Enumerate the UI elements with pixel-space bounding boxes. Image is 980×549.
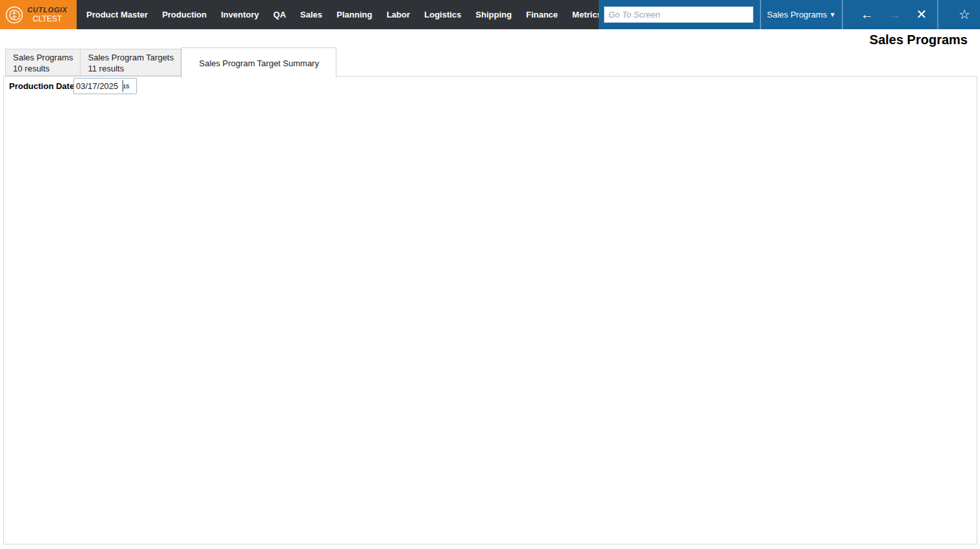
tab-result-count: 11 results <box>88 63 173 74</box>
tab-result-count: 10 results <box>13 63 73 74</box>
nav-right-section: Sales Programs ▼ ← → ✕ ☆ <box>599 0 980 29</box>
screen-selector-dropdown[interactable]: Sales Programs ▼ <box>760 0 842 29</box>
calendar-icon: 15 <box>122 80 123 92</box>
tab-sales-programs[interactable]: Sales Programs10 results <box>5 49 81 76</box>
chevron-down-icon: ▼ <box>829 0 836 29</box>
screen-selector-value: Sales Programs <box>767 0 827 29</box>
production-date-value: 03/17/2025 <box>76 81 122 91</box>
page-title: Sales Programs <box>870 32 968 47</box>
go-to-screen-input[interactable] <box>604 6 753 23</box>
main-menu: Product MasterProductionInventoryQASales… <box>79 0 653 29</box>
nav-item-finance[interactable]: Finance <box>519 0 565 29</box>
brand-name: CUTLOGIX <box>27 6 68 14</box>
nav-item-qa[interactable]: QA <box>266 0 294 29</box>
tab-sales-program-targets[interactable]: Sales Program Targets11 results <box>81 49 181 76</box>
environment-name: CLTEST <box>32 14 62 23</box>
nav-item-production[interactable]: Production <box>155 0 214 29</box>
nav-item-planning[interactable]: Planning <box>329 0 379 29</box>
tab-content-area <box>3 76 977 544</box>
favorite-star-button[interactable]: ☆ <box>949 0 980 29</box>
nav-item-sales[interactable]: Sales <box>293 0 329 29</box>
close-screen-button[interactable]: ✕ <box>908 0 935 29</box>
app-logo[interactable]: CUTLOGIX CLTEST <box>0 0 77 29</box>
tab-sales-program-target-summary[interactable]: Sales Program Target Summary <box>181 47 336 78</box>
nav-item-logistics[interactable]: Logistics <box>417 0 468 29</box>
tab-label: Sales Program Target Summary <box>199 58 319 69</box>
cutlogix-brain-icon <box>5 5 24 25</box>
production-date-input[interactable]: 03/17/2025 15 <box>73 78 137 94</box>
forward-button[interactable]: → <box>881 0 908 29</box>
calendar-button[interactable]: 15 <box>122 81 134 92</box>
nav-item-inventory[interactable]: Inventory <box>214 0 266 29</box>
tab-bar: Sales Programs10 resultsSales Program Ta… <box>5 49 336 77</box>
nav-item-product-master[interactable]: Product Master <box>79 0 155 29</box>
nav-item-shipping[interactable]: Shipping <box>468 0 519 29</box>
tab-label: Sales Program Targets <box>88 52 173 63</box>
top-nav-bar: CUTLOGIX CLTEST Product MasterProduction… <box>0 0 980 29</box>
nav-separator <box>842 0 843 29</box>
nav-item-labor[interactable]: Labor <box>379 0 417 29</box>
production-date-label: Production Date <box>9 81 74 91</box>
nav-separator <box>937 0 938 29</box>
tab-label: Sales Programs <box>13 52 73 63</box>
back-button[interactable]: ← <box>853 0 881 29</box>
